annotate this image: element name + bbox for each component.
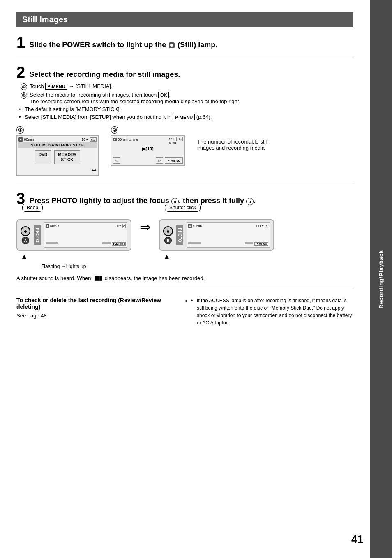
step-3-title: Press PHOTO lightly to adjust the focus … [16,191,353,205]
step-2-title: Select the recording media for still ima… [16,65,353,79]
camcorder-screen-2: ● 60min D+fine 10✦ ctc4060 ▶[10] ◁ ▷ P-M… [111,135,185,166]
camera-body-a: ● A PHOTO ● 60min 10✦ c [16,219,131,251]
step-2-diagrams: ① ● 60min 10✦ ctc STILL MEDIA:MEMORY STI… [16,126,353,176]
count-display: ▶[10] [113,146,183,152]
photo-tab-b: PHOTO [176,225,183,245]
photo-diagram-a: Beep ● A PHOTO ● 60min 10✦ c [16,211,131,261]
grey-bar-1 [46,242,58,244]
screen-1-buttons: DVD MEMORY STICK [18,150,97,164]
step-2-bullets: The default setting is [MEMORY STICK]. S… [16,106,353,120]
pmenu-mini-2: P-MENU [254,242,268,246]
shutter-sound-line: A shutter sound is heard. When ▮▮▮ disap… [16,274,353,282]
step-1-number: 1 [16,35,25,51]
mini-screen-a: ● 60min 10✦ c P-MENU [44,222,127,248]
step-2-instructions: ① Touch P-MENU → [STILL MEDIA]. ② Select… [16,83,353,104]
screen-1-top: ● 60min 10✦ ctc [18,137,97,141]
step-2-number: 2 [16,65,25,80]
circle-b-label: B [164,237,172,244]
big-arrow: ⇒ [140,211,151,235]
bottom-section: To check or delete the last recording (R… [16,297,353,329]
grey-bar-4 [245,242,253,244]
return-icon: ↩ [92,167,97,174]
camcorder-screen-1: ● 60min 10✦ ctc STILL MEDIA:MEMORY STICK… [16,135,99,176]
bullet-1: The default setting is [MEMORY STICK]. [25,106,353,112]
step-1-title: Slide the POWER switch to light up the (… [16,35,353,49]
grey-bar-3 [188,242,201,244]
dvd-btn: DVD [35,150,51,164]
photo-step-diagrams: Beep ● A PHOTO ● 60min 10✦ c [16,211,353,261]
pmenu-mini: P-MENU [112,242,126,246]
diagram-2: ② ● 60min D+fine 10✦ ctc4060 ▶[10] ◁ ▷ P… [111,126,185,166]
bullet-2: Select [STILL MEDIA] from [SETUP] when y… [25,114,353,120]
diagram-1: ① ● 60min 10✦ ctc STILL MEDIA:MEMORY STI… [16,126,99,176]
subsection-title: To check or delete the last recording (R… [16,297,179,310]
step-2: 2 Select the recording media for still i… [16,65,353,79]
beep-bubble: Beep [22,204,43,212]
shutter-bubble: Shutter click [165,204,201,212]
rule-1 [16,57,353,57]
label-b-circle: b [246,198,254,205]
bottom-right: If the ACCESS lamp is on after recording… [191,297,353,329]
sidebar-text: Recording/Playback [378,250,384,308]
back-icon: ◁ [113,157,120,164]
page-number: 41 [351,533,363,546]
photo-button-b[interactable]: ● [163,226,173,236]
step-2-content: ① Touch P-MENU → [STILL MEDIA]. ② Select… [16,83,353,176]
rule-3 [16,289,353,289]
rule-2 [16,183,353,183]
still-lamp-icon [168,42,175,49]
memory-stick-btn: MEMORY STICK [54,150,80,164]
circle-a-label: A [22,237,29,244]
instruction-1: ① Touch P-MENU → [STILL MEDIA]. [21,83,353,90]
screen-2-bottom: ◁ ▷ P-MENU [113,157,183,164]
right-sidebar: Recording/Playback [370,0,392,558]
bar-icon: ▮▮▮ [94,274,101,282]
section-header: Still Images [16,12,353,27]
bottom-note-1: If the ACCESS lamp is on after recording… [191,297,353,326]
diagram-note: The number of recordable still images an… [197,126,279,151]
section-title: Still Images [22,15,68,24]
screen-1-label: STILL MEDIA:MEMORY STICK [18,142,97,148]
step-1: 1 Slide the POWER switch to light up the… [16,35,353,49]
see-page: See page 48. [16,313,179,319]
play-icon: ▷ [156,157,163,164]
screen-2-top: ● 60min D+fine 10✦ ctc4060 [113,137,183,145]
up-arrow-b: ▲ [163,252,274,261]
svg-point-1 [170,44,173,47]
mini-screen-b: ● 60min 111✦ c P-MENU [187,222,270,248]
instruction-2: ② Select the media for recording still i… [21,92,353,104]
up-arrow-a: ▲ [21,252,131,261]
pmenu-icon: P-MENU [165,157,183,164]
camera-body-b: ● B PHOTO ● 60min 111✦ c [159,219,274,251]
bottom-left: To check or delete the last recording (R… [16,297,179,329]
diagram-1-label: ① [16,126,24,134]
photo-button-a[interactable]: ● [21,226,30,236]
photo-tab-a: PHOTO [34,225,41,245]
step-3: 3 Press PHOTO lightly to adjust the focu… [16,191,353,205]
photo-diagram-b: Shutter click ● B PHOTO ● 60min 111✦ c [159,211,274,261]
flashing-note: Flashing →Lights up [41,264,353,269]
screen-1-bottom: ↩ [18,167,97,174]
grey-bar-2 [102,242,111,244]
diagram-2-label: ② [111,126,118,134]
bottom-notes: If the ACCESS lamp is on after recording… [191,297,353,326]
